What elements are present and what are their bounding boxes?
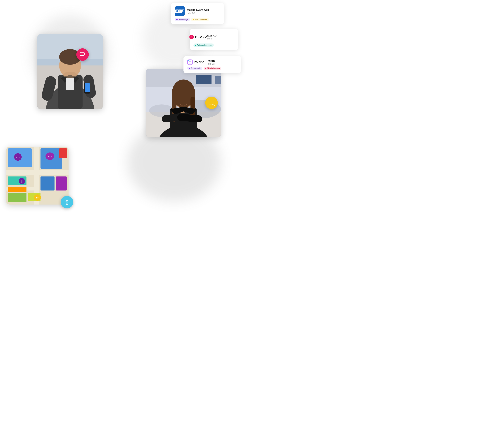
svg-point-17	[63, 72, 77, 78]
location-circle[interactable]	[61, 196, 73, 208]
tag-label-mitarbeiter: Mitarbeiter App	[207, 67, 220, 69]
svg-point-1	[189, 61, 191, 63]
card-polario-subtitle: Halle 1.2	[207, 63, 216, 65]
svg-point-67	[66, 201, 67, 202]
svg-line-65	[214, 105, 215, 105]
plazz-logo: P PLAZZ	[193, 32, 203, 42]
mea-logo: M E A	[175, 6, 185, 16]
map-pin-h3: H3	[34, 194, 41, 201]
map-pin-food: 🍴	[19, 178, 25, 184]
svg-rect-41	[40, 176, 54, 191]
card-polario-header: Polario Polario Halle 1.2	[187, 59, 237, 65]
mea-letter-a: A	[181, 9, 184, 13]
chat-circle[interactable]	[76, 48, 89, 61]
svg-rect-45	[56, 176, 67, 191]
card-mea-title: Mobile Event App	[187, 9, 209, 11]
svg-point-2	[188, 60, 189, 61]
photo-man	[37, 34, 103, 109]
tag-event-software[interactable]: Event Software	[191, 18, 209, 21]
plazz-icon: P	[189, 35, 194, 39]
tag-softwarehersteller[interactable]: Softwarehersteller	[193, 44, 214, 47]
svg-rect-23	[196, 75, 212, 84]
card-mea-header: M E A Mobile Event App Halle 1.2	[175, 6, 220, 16]
tag-label-software: Softwarehersteller	[197, 44, 212, 46]
mea-letter-m: M	[175, 9, 178, 13]
map-svg: H1.1 H1.2 H3 🍴	[6, 147, 69, 204]
card-mea-subtitle: Halle 1.2	[187, 12, 209, 14]
svg-rect-13	[85, 83, 90, 92]
tag-label-tech-polario: Technologie	[191, 67, 201, 69]
map-pin-h1-2: H1.2	[45, 152, 54, 160]
card-polario-title: Polario	[207, 59, 216, 62]
svg-rect-46	[59, 148, 67, 158]
tag-dot-mitarbeiter	[205, 68, 206, 69]
card-plazz-title: plazz AG	[206, 34, 217, 37]
card-mea-tags: Technologie Event Software	[175, 18, 220, 21]
card-mea[interactable]: M E A Mobile Event App Halle 1.2 Technol…	[171, 3, 224, 24]
photo-man-bg	[37, 34, 103, 109]
svg-rect-24	[215, 76, 221, 84]
card-plazz-tags: Softwarehersteller	[193, 44, 234, 47]
svg-text:🍴: 🍴	[20, 180, 23, 183]
svg-text:H3: H3	[36, 197, 38, 199]
mea-letter-e: E	[178, 9, 181, 13]
svg-rect-0	[188, 60, 192, 65]
tag-technologie-polario[interactable]: Technologie	[187, 66, 202, 70]
svg-text:H1.2: H1.2	[48, 156, 52, 157]
card-polario-tags: Technologie Mitarbeiter App	[187, 66, 237, 70]
card-polario[interactable]: Polario Polario Halle 1.2 Technologie Mi…	[183, 56, 241, 73]
map-container: H1.1 H1.2 H3 🍴	[6, 147, 69, 204]
polario-text: Polario	[194, 60, 204, 64]
card-plazz-subtitle: Halle 3	[206, 37, 217, 40]
card-polario-info: Polario Halle 1.2	[207, 59, 216, 65]
main-scene: M E A Mobile Event App Halle 1.2 Technol…	[0, 0, 252, 217]
map-pin-h1-1: H1.1	[14, 153, 22, 161]
location-icon	[64, 199, 70, 205]
tag-technologie-mea[interactable]: Technologie	[175, 18, 190, 21]
man-silhouette	[37, 34, 103, 109]
card-plazz-info: plazz AG Halle 3	[206, 34, 217, 40]
svg-rect-59	[81, 55, 84, 57]
card-plazz[interactable]: P PLAZZ plazz AG Halle 3 Softwareherstel…	[190, 29, 238, 50]
polario-logo-wrap: Polario	[187, 59, 204, 65]
svg-rect-47	[8, 187, 27, 192]
plazz-full-logo: P PLAZZ	[189, 35, 208, 39]
chat-icon	[80, 51, 86, 58]
card-plazz-header: P PLAZZ plazz AG Halle 3	[193, 32, 234, 42]
tag-dot-technologie	[176, 19, 178, 20]
tag-dot-event-software	[193, 19, 194, 20]
svg-rect-43	[8, 193, 27, 202]
list-search-icon	[208, 100, 215, 106]
tag-label-technologie: Technologie	[178, 18, 188, 21]
tag-dot-tech-polario	[189, 68, 190, 69]
svg-text:H1.1: H1.1	[16, 156, 20, 158]
tag-mitarbeiter-app[interactable]: Mitarbeiter App	[204, 66, 221, 70]
svg-rect-16	[66, 78, 74, 90]
tag-dot-software	[195, 45, 196, 46]
tag-label-event-software: Event Software	[195, 18, 207, 21]
card-mea-info: Mobile Event App Halle 1.2	[187, 9, 209, 14]
list-search-circle[interactable]	[205, 97, 218, 109]
polario-icon	[187, 59, 193, 65]
